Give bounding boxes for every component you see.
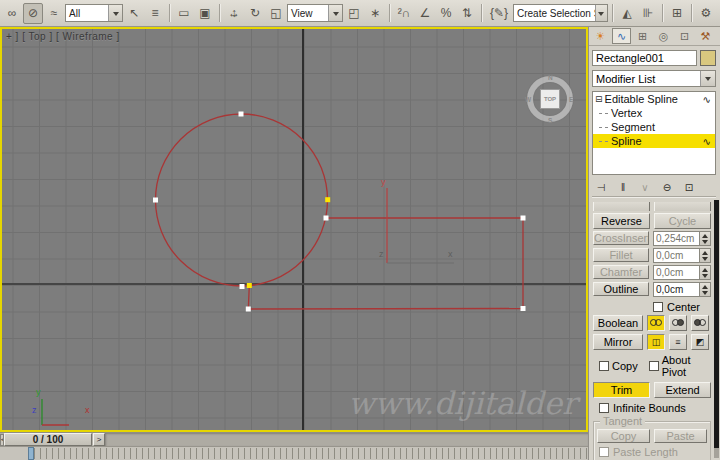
configure-modifier-sets-icon[interactable]: ⊡ bbox=[680, 180, 698, 195]
object-color-swatch[interactable] bbox=[700, 50, 716, 66]
next-frame-button[interactable]: > bbox=[93, 433, 105, 446]
vertex-handle[interactable] bbox=[153, 198, 158, 203]
viewport-top[interactable]: y z x y z x + ] bbox=[0, 27, 588, 432]
modifier-list-dropdown[interactable]: Modifier List bbox=[592, 70, 716, 87]
select-by-name-icon[interactable]: ≡ bbox=[145, 3, 165, 24]
create-tab-icon[interactable]: ☀ bbox=[591, 28, 610, 44]
panel-scrollbar-thumb[interactable] bbox=[714, 200, 719, 448]
snaps-toggle-icon[interactable]: ²∩ bbox=[394, 3, 414, 24]
object-name-field[interactable]: Rectangle001 bbox=[592, 50, 697, 66]
mirror-both-icon[interactable]: ◩ bbox=[691, 334, 709, 350]
stack-row-segment[interactable]: Segment bbox=[593, 120, 715, 134]
infinite-bounds-checkbox[interactable] bbox=[599, 403, 609, 413]
extend-button[interactable]: Extend bbox=[654, 382, 711, 398]
pin-stack-icon[interactable]: ⊣ bbox=[592, 180, 610, 195]
reverse-button[interactable]: Reverse bbox=[593, 213, 650, 229]
circle-spline[interactable] bbox=[156, 114, 328, 286]
fillet-button[interactable]: Fillet bbox=[593, 248, 649, 262]
chamfer-button[interactable]: Chamfer bbox=[593, 265, 649, 279]
modify-tab-icon[interactable]: ∿ bbox=[612, 28, 631, 44]
angle-snap-toggle-icon[interactable]: ∠ bbox=[415, 3, 435, 24]
named-selection-sets-dropdown[interactable]: Create Selection Se bbox=[513, 4, 608, 22]
vertex-handle[interactable] bbox=[239, 112, 244, 117]
about-pivot-checkbox[interactable] bbox=[649, 361, 659, 371]
spinner-arrows-icon[interactable] bbox=[700, 265, 711, 280]
bind-to-space-warp-icon[interactable]: ≈ bbox=[44, 3, 64, 24]
vertex-handle[interactable] bbox=[521, 216, 526, 221]
clipped-button[interactable] bbox=[593, 202, 650, 211]
show-end-result-icon[interactable]: ‖ bbox=[614, 180, 632, 195]
vertex-handle-selected[interactable] bbox=[325, 197, 330, 202]
use-pivot-point-center-icon[interactable]: ◰ bbox=[344, 3, 364, 24]
time-slider-track[interactable] bbox=[105, 433, 588, 446]
copy-checkbox[interactable] bbox=[599, 361, 609, 371]
collapse-icon[interactable]: ⊟ bbox=[595, 94, 603, 104]
spinner-arrows-icon[interactable] bbox=[700, 231, 711, 246]
edit-named-selection-sets-icon[interactable]: {✎} bbox=[486, 3, 512, 24]
fillet-value-field[interactable]: 0,0cm bbox=[653, 248, 700, 263]
remove-modifier-icon[interactable]: ⊖ bbox=[658, 180, 676, 195]
stack-row-spline-selected[interactable]: Spline ∿ bbox=[593, 134, 715, 148]
cycle-button[interactable]: Cycle bbox=[654, 213, 711, 229]
vertex-handle[interactable] bbox=[240, 284, 245, 289]
crossinsert-value-field[interactable]: 0,254cm bbox=[653, 231, 700, 246]
spinner-snap-toggle-icon[interactable]: ⇅ bbox=[457, 3, 477, 24]
chamfer-value-field[interactable]: 0,0cm bbox=[653, 265, 700, 280]
boolean-button[interactable]: Boolean bbox=[593, 315, 643, 331]
select-object-icon[interactable]: ↖ bbox=[124, 3, 144, 24]
unlink-selection-icon[interactable]: ⊘ bbox=[23, 3, 43, 24]
viewcube-top-face[interactable]: TOP bbox=[540, 89, 560, 109]
viewport-canvas[interactable]: y z x y z x bbox=[2, 29, 586, 430]
crossinsert-button[interactable]: CrossInsert bbox=[593, 231, 649, 245]
utilities-tab-icon[interactable]: ⚒ bbox=[696, 28, 715, 44]
vertex-handle[interactable] bbox=[246, 307, 251, 312]
selection-filter-dropdown[interactable]: All bbox=[65, 4, 123, 22]
manage-layers-icon[interactable]: ⊞ bbox=[667, 3, 687, 24]
outline-button[interactable]: Outline bbox=[593, 282, 649, 296]
mirror-tool-icon[interactable]: ◭ bbox=[617, 3, 637, 24]
boolean-union-icon[interactable] bbox=[647, 315, 665, 331]
rectangle-spline[interactable] bbox=[248, 218, 523, 309]
stack-row-editable-spline[interactable]: ⊟ Editable Spline ∿ bbox=[593, 92, 715, 106]
current-frame-marker[interactable] bbox=[28, 447, 34, 460]
window-crossing-icon[interactable]: ▣ bbox=[195, 3, 215, 24]
select-and-rotate-icon[interactable]: ↻ bbox=[245, 3, 265, 24]
viewcube[interactable]: TOP N S W E bbox=[526, 75, 574, 123]
align-tool-icon[interactable]: ⊪ bbox=[638, 3, 658, 24]
mirror-vertical-icon[interactable]: ≡ bbox=[669, 334, 687, 350]
stack-item-label: Segment bbox=[611, 121, 655, 133]
render-setup-icon[interactable]: ⚙ bbox=[696, 3, 716, 24]
clipped-button[interactable] bbox=[654, 202, 711, 211]
motion-tab-icon[interactable]: ◎ bbox=[654, 28, 673, 44]
select-and-uniform-scale-icon[interactable]: ◱ bbox=[266, 3, 286, 24]
percent-snap-toggle-icon[interactable]: % bbox=[436, 3, 456, 24]
center-checkbox[interactable] bbox=[653, 302, 663, 312]
select-and-move-icon[interactable]: ↔ ↕ bbox=[224, 3, 244, 24]
boolean-intersection-icon[interactable] bbox=[691, 315, 709, 331]
hierarchy-tab-icon[interactable]: ⊞ bbox=[633, 28, 652, 44]
panel-scrollbar[interactable] bbox=[714, 200, 719, 458]
mirror-button[interactable]: Mirror bbox=[593, 334, 643, 350]
viewport-label[interactable]: + ] [ Top ] [ Wireframe ] bbox=[6, 31, 120, 42]
spinner-arrows-icon[interactable] bbox=[700, 282, 711, 297]
make-unique-icon[interactable]: ∨ bbox=[636, 180, 654, 195]
reference-coordinate-system-dropdown[interactable]: View bbox=[287, 4, 343, 22]
tangent-copy-button[interactable]: Copy bbox=[597, 429, 650, 443]
time-slider-handle[interactable]: 0 / 100 bbox=[4, 433, 92, 446]
stack-row-vertex[interactable]: Vertex bbox=[593, 106, 715, 120]
display-tab-icon[interactable]: ⊡ bbox=[675, 28, 694, 44]
track-bar[interactable] bbox=[0, 446, 588, 460]
tangent-paste-button[interactable]: Paste bbox=[654, 429, 707, 443]
paste-length-checkbox[interactable] bbox=[599, 447, 609, 457]
vertex-handle-selected[interactable] bbox=[247, 283, 252, 288]
rectangular-selection-region-icon[interactable]: ▭ bbox=[174, 3, 194, 24]
select-and-manipulate-icon[interactable]: ∗ bbox=[365, 3, 385, 24]
trim-button[interactable]: Trim bbox=[593, 382, 650, 398]
boolean-subtraction-icon[interactable] bbox=[669, 315, 687, 331]
select-and-link-icon[interactable]: ∞ bbox=[2, 3, 22, 24]
vertex-handle[interactable] bbox=[324, 216, 329, 221]
outline-value-field[interactable]: 0,0cm bbox=[653, 282, 700, 297]
vertex-handle[interactable] bbox=[521, 306, 526, 311]
spinner-arrows-icon[interactable] bbox=[700, 248, 711, 263]
mirror-horizontal-icon[interactable]: ◫ bbox=[647, 334, 665, 350]
